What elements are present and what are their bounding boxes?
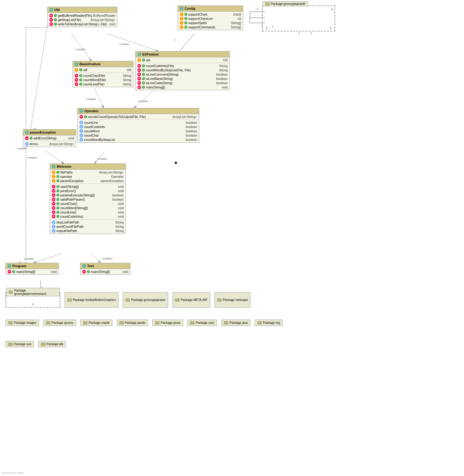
- pe-field-1: p errors ArrayList<String>: [23, 142, 76, 146]
- m-icon: m: [52, 189, 55, 193]
- class-config-header: C Config: [178, 6, 243, 12]
- bf-method-3: m + countLine(File) String: [73, 82, 133, 86]
- class-icon-util: C: [49, 8, 53, 12]
- connections-svg: «create» «create» «create» «create» «cre…: [0, 0, 464, 476]
- ex-method-6: m + main(String[]) void: [136, 85, 229, 89]
- footer-text: Powered by yFiles: [2, 471, 24, 474]
- prog-method-1: m + main(String[]) void: [6, 270, 58, 274]
- ex-method-4: m + isLineBlank(String) boolean: [136, 77, 229, 81]
- ex-method-3: m + isLineComment(String) boolean: [136, 72, 229, 77]
- svg-text:1: 1: [311, 32, 312, 35]
- pkg-folder-icon: [67, 299, 72, 302]
- package-java: Package java: [221, 320, 250, 326]
- package-com: Package com: [187, 320, 217, 326]
- m-icon: m: [80, 115, 83, 119]
- pkg-folder-icon: [8, 343, 12, 346]
- w-method-1: m + start(String[]) void: [50, 184, 126, 189]
- m-icon: m: [75, 74, 78, 77]
- class-icon-basicfeature: C: [75, 62, 78, 66]
- ex-method-1: m + countCodeInfo(File) String: [136, 64, 229, 68]
- m-icon: m: [75, 82, 78, 86]
- svg-text:«create»: «create»: [119, 43, 129, 46]
- op-field-3: p countWord boolean: [78, 129, 199, 133]
- svg-line-13: [94, 152, 104, 163]
- class-welcome-title: Welcome: [57, 165, 71, 168]
- svg-line-3: [107, 34, 158, 51]
- svg-line-20: [91, 254, 101, 263]
- m-icon: m: [137, 64, 141, 68]
- w-field-3: f + paramException paramException: [50, 179, 126, 183]
- ex-field-1: f + util Util: [136, 58, 229, 62]
- vis-pub: +: [54, 18, 57, 21]
- config-field-4: f + supportCommands String[]: [178, 25, 243, 29]
- f-icon: f: [52, 179, 55, 183]
- package-row-2: Package images Package groovy Package or…: [5, 320, 283, 326]
- pkg-folder-icon: [265, 2, 270, 5]
- class-config-title: Config: [185, 7, 195, 10]
- w-method-6: m + countWord(String[]) void: [50, 206, 126, 210]
- package-jdk: Package jdk: [38, 341, 66, 347]
- vis-pub: +: [54, 14, 57, 17]
- svg-text:«create»: «create»: [27, 156, 37, 159]
- p-icon: p: [80, 129, 83, 133]
- config-field-3: f + supportSplits String[]: [178, 21, 243, 25]
- pkg-folder-icon: [41, 343, 45, 346]
- package-javax: Package javax: [152, 320, 183, 326]
- pe-method-1: m + addError(String) void: [23, 136, 76, 140]
- package-groovy: Package groovy: [43, 320, 76, 326]
- class-icon-welcome: C: [52, 165, 55, 168]
- pkg-folder-icon: [119, 321, 124, 324]
- m-icon: m: [52, 206, 55, 210]
- m-icon: m: [8, 270, 11, 274]
- m-icon: m: [137, 68, 141, 72]
- svg-point-29: [175, 162, 177, 164]
- class-icon-paramexception: C: [25, 131, 29, 134]
- class-exfeature-body: f + util Util m + countCodeInfo(File) St…: [136, 57, 229, 90]
- package-oracle: Package oracle: [80, 320, 112, 326]
- m-icon: m: [52, 193, 55, 197]
- m-icon: m: [52, 215, 55, 218]
- m-icon: m: [137, 85, 141, 89]
- m-icon: m: [75, 78, 78, 82]
- f-icon: f: [180, 13, 183, 16]
- p-icon: p: [52, 229, 55, 233]
- f-icon: f: [180, 25, 183, 29]
- class-welcome: C Welcome f + filePaths ArrayList<String…: [50, 163, 126, 234]
- op-field-1: p countLine boolean: [78, 120, 199, 125]
- svg-line-7: [94, 88, 104, 108]
- class-operator: C Operator m + excuteCountOperatorToOutp…: [77, 108, 199, 143]
- p-icon: p: [80, 134, 83, 137]
- bf-field-1: f + util Util: [73, 68, 133, 72]
- package-org: Package org: [255, 320, 283, 326]
- svg-text:«create»: «create»: [102, 257, 113, 260]
- svg-text:1: 1: [257, 7, 258, 10]
- svg-text:«create»: «create»: [97, 157, 108, 160]
- class-test-body: m + main(String[]) void: [80, 269, 130, 274]
- m-icon: m: [49, 18, 53, 22]
- class-basicfeature-header: C BasicFeature: [73, 61, 133, 67]
- pkg-folder-icon: [8, 321, 12, 324]
- ex-method-2: m + countWordByStopList(File, File) Stri…: [136, 68, 229, 72]
- class-icon-exfeature: C: [137, 52, 141, 56]
- pkg-groovyjarjarcommonscli-label: Package groovyjarjarcommonscli: [6, 288, 60, 296]
- pkg-folder-icon: [155, 321, 159, 324]
- svg-line-18: [34, 254, 61, 263]
- class-basicfeature-body: f + util Util m + countChar(File) String…: [73, 67, 133, 87]
- w-method-3: m + paramsExecute(String[]) boolean: [50, 193, 126, 197]
- class-paramexception-header: C paramException: [23, 130, 76, 135]
- util-method-1: m + getBufferedReader(File) BufferedRead…: [48, 13, 117, 18]
- class-config-body: f + supportChars char[] f + supportChars…: [178, 12, 243, 30]
- p-icon: p: [80, 125, 83, 129]
- op-method-1: m + excuteCountOperatorToOutput(File, Fi…: [78, 115, 199, 119]
- class-test-header: C Test: [80, 263, 130, 269]
- m-icon: m: [137, 73, 141, 76]
- svg-text:«create»: «create»: [138, 100, 148, 103]
- package-groovyjarjarantlr: Package groovyjarjarantlr 1 1 1: [262, 5, 335, 31]
- pkg-folder-icon: [83, 321, 87, 324]
- package-row-3: Package sun Package jdk: [5, 341, 66, 347]
- f-icon: f: [52, 175, 55, 178]
- op-field-4: p countChar boolean: [78, 133, 199, 138]
- pkg-folder-icon: [126, 299, 130, 302]
- test-method-1: m + main(String[]) void: [80, 270, 130, 274]
- svg-line-9: [134, 91, 152, 108]
